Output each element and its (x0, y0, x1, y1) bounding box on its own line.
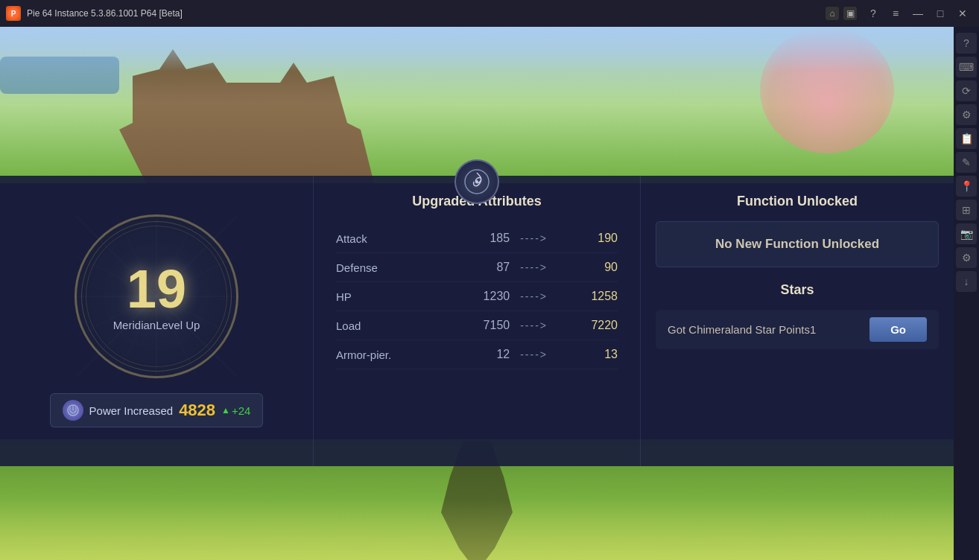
level-section: 19 MeridianLevel Up Power Increased 4828… (0, 176, 313, 466)
attr-row-hp: HP 1230 ----> 1258 (336, 282, 618, 311)
help-button[interactable]: ? (863, 5, 884, 22)
titlebar-icons: ⌂ ▣ (826, 7, 857, 20)
no-function-text: No New Function Unlocked (715, 237, 879, 251)
attr-new-load: 7220 (558, 319, 618, 332)
power-increase: ▲ +24 (221, 404, 250, 417)
power-arrow: ▲ (221, 405, 230, 416)
sky-gradient (0, 27, 954, 71)
grass-overlay (0, 500, 954, 560)
sidebar-location-icon[interactable]: 📍 (956, 176, 977, 197)
star-points-row: Got Chimeraland Star Points1 Go (656, 310, 939, 349)
power-label: Power Increased (89, 404, 174, 417)
functions-section: Function Unlocked No New Function Unlock… (641, 176, 954, 466)
attr-arrow-hp: ----> (520, 290, 548, 302)
game-area: 19 MeridianLevel Up Power Increased 4828… (0, 27, 954, 560)
no-function-panel: No New Function Unlocked (656, 221, 939, 267)
attr-old-load: 7150 (425, 319, 510, 332)
window-controls: ? ≡ — □ ✕ (863, 5, 973, 22)
attr-arrow-attack: ----> (520, 232, 548, 244)
power-bar: Power Increased 4828 ▲ +24 (50, 393, 264, 427)
app-title: Pie 64 Instance 5.3.86.1001 P64 [Beta] (27, 8, 826, 19)
sidebar-clipboard-icon[interactable]: 📋 (956, 128, 977, 149)
sidebar-help-icon[interactable]: ? (956, 33, 977, 54)
app-logo: P (6, 6, 21, 21)
sidebar-download-icon[interactable]: ↓ (956, 271, 977, 292)
attr-new-hp: 1258 (558, 290, 618, 303)
level-circle: 19 MeridianLevel Up (75, 214, 238, 378)
home-icon[interactable]: ⌂ (826, 7, 839, 20)
overlay-panel: 19 MeridianLevel Up Power Increased 4828… (0, 176, 954, 466)
right-sidebar: ? ⌨ ⟳ ⚙ 📋 ✎ 📍 ⊞ 📷 ⚙ ↓ (954, 27, 979, 560)
attr-arrow-load: ----> (520, 319, 548, 331)
sidebar-camera-icon[interactable]: 📷 (956, 223, 977, 244)
attributes-section: Upgraded Attributes Attack 185 ----> 190… (313, 176, 641, 466)
stars-title: Stars (656, 282, 939, 298)
titlebar: P Pie 64 Instance 5.3.86.1001 P64 [Beta]… (0, 0, 979, 27)
power-icon (63, 400, 83, 421)
close-button[interactable]: ✕ (952, 5, 973, 22)
power-svg (66, 404, 80, 417)
attr-name-armor: Armor-pier. (336, 349, 425, 361)
sidebar-layers-icon[interactable]: ⊞ (956, 200, 977, 220)
function-unlocked-title: Function Unlocked (656, 194, 939, 209)
menu-button[interactable]: ≡ (885, 5, 906, 22)
attr-row-armor: Armor-pier. 12 ----> 13 (336, 340, 618, 369)
symbol-svg (463, 168, 490, 195)
logo-text: P (11, 10, 16, 18)
attr-old-attack: 185 (425, 232, 510, 245)
attr-row-load: Load 7150 ----> 7220 (336, 311, 618, 340)
star-points-text: Got Chimeraland Star Points1 (668, 323, 816, 336)
sidebar-settings-icon[interactable]: ⚙ (956, 104, 977, 125)
water (0, 57, 119, 94)
sidebar-keyboard-icon[interactable]: ⌨ (956, 57, 977, 77)
attr-old-armor: 12 (425, 348, 510, 361)
symbol-container (454, 159, 499, 204)
go-button[interactable]: Go (869, 317, 927, 342)
game-symbol (454, 159, 499, 204)
window-icon[interactable]: ▣ (843, 7, 857, 20)
sidebar-edit-icon[interactable]: ✎ (956, 152, 977, 173)
power-increase-value: +24 (232, 404, 250, 417)
attr-new-attack: 190 (558, 232, 618, 245)
level-circle-inner (86, 226, 227, 367)
sidebar-refresh-icon[interactable]: ⟳ (956, 80, 977, 101)
attributes-table: Attack 185 ----> 190 Defense 87 ----> 90… (336, 224, 618, 369)
attr-new-armor: 13 (558, 348, 618, 361)
attr-name-hp: HP (336, 290, 425, 303)
attr-old-defense: 87 (425, 261, 510, 274)
attr-row-defense: Defense 87 ----> 90 (336, 253, 618, 282)
maximize-button[interactable]: □ (930, 5, 951, 22)
attr-arrow-armor: ----> (520, 349, 548, 360)
attr-old-hp: 1230 (425, 290, 510, 303)
minimize-button[interactable]: — (907, 5, 928, 22)
attr-name-defense: Defense (336, 261, 425, 274)
attr-name-load: Load (336, 319, 425, 332)
attr-name-attack: Attack (336, 232, 425, 245)
power-number: 4828 (179, 401, 215, 420)
attr-row-attack: Attack 185 ----> 190 (336, 224, 618, 253)
attr-new-defense: 90 (558, 261, 618, 274)
sidebar-config-icon[interactable]: ⚙ (956, 247, 977, 268)
attr-arrow-defense: ----> (520, 261, 548, 273)
svg-point-1 (475, 180, 478, 183)
